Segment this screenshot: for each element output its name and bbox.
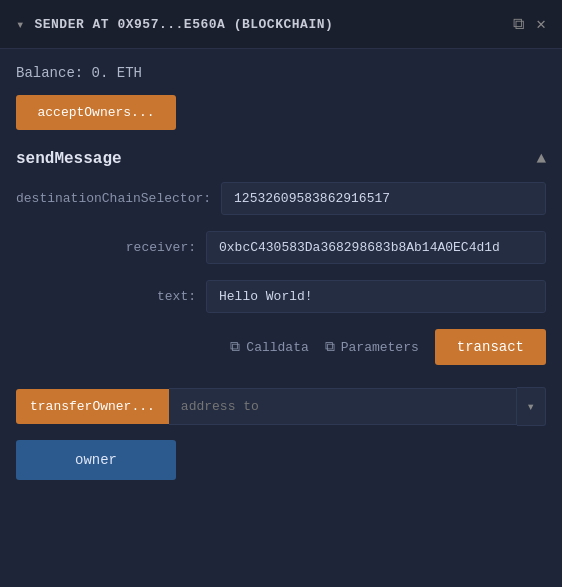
receiver-label: receiver:	[16, 240, 196, 255]
send-message-section: sendMessage ▲ destinationChainSelector: …	[16, 144, 546, 373]
destination-chain-label: destinationChainSelector:	[16, 191, 211, 206]
parameters-copy-icon: ⧉	[325, 339, 335, 355]
calldata-link[interactable]: ⧉ Calldata	[230, 339, 308, 355]
destination-chain-value: 12532609583862916517	[221, 182, 546, 215]
section-header: sendMessage ▲	[16, 144, 546, 174]
section-title: sendMessage	[16, 150, 122, 168]
owner-button[interactable]: owner	[16, 440, 176, 480]
parameters-link[interactable]: ⧉ Parameters	[325, 339, 419, 355]
form-actions: ⧉ Calldata ⧉ Parameters transact	[16, 321, 546, 373]
transfer-owner-button[interactable]: transferOwner...	[16, 389, 169, 424]
header: ▾ SENDER AT 0X957...E560A (BLOCKCHAIN) ⧉…	[0, 0, 562, 49]
calldata-label: Calldata	[246, 340, 308, 355]
text-value: Hello World!	[206, 280, 546, 313]
copy-icon[interactable]: ⧉	[513, 15, 524, 34]
parameters-label: Parameters	[341, 340, 419, 355]
collapse-chevron-icon[interactable]: ▾	[16, 16, 24, 33]
calldata-copy-icon: ⧉	[230, 339, 240, 355]
destination-chain-row: destinationChainSelector: 12532609583862…	[16, 174, 546, 223]
receiver-row: receiver: 0xbcC430583Da368298683b8Ab14A0…	[16, 223, 546, 272]
content-area: Balance: 0. ETH acceptOwners... sendMess…	[0, 49, 562, 496]
form-fields: destinationChainSelector: 12532609583862…	[16, 174, 546, 321]
text-row: text: Hello World!	[16, 272, 546, 321]
balance-display: Balance: 0. ETH	[16, 65, 546, 81]
transfer-dropdown-icon[interactable]: ▾	[517, 387, 546, 426]
header-title: SENDER AT 0X957...E560A (BLOCKCHAIN)	[34, 17, 503, 32]
transact-button[interactable]: transact	[435, 329, 546, 365]
header-actions: ⧉ ✕	[513, 14, 546, 34]
transfer-address-input[interactable]	[169, 388, 517, 425]
text-label: text:	[16, 289, 196, 304]
transfer-owner-row: transferOwner... ▾	[16, 387, 546, 426]
accept-owners-button[interactable]: acceptOwners...	[16, 95, 176, 130]
close-icon[interactable]: ✕	[536, 14, 546, 34]
main-container: ▾ SENDER AT 0X957...E560A (BLOCKCHAIN) ⧉…	[0, 0, 562, 587]
section-collapse-icon[interactable]: ▲	[536, 150, 546, 168]
receiver-value: 0xbcC430583Da368298683b8Ab14A0EC4d1d	[206, 231, 546, 264]
